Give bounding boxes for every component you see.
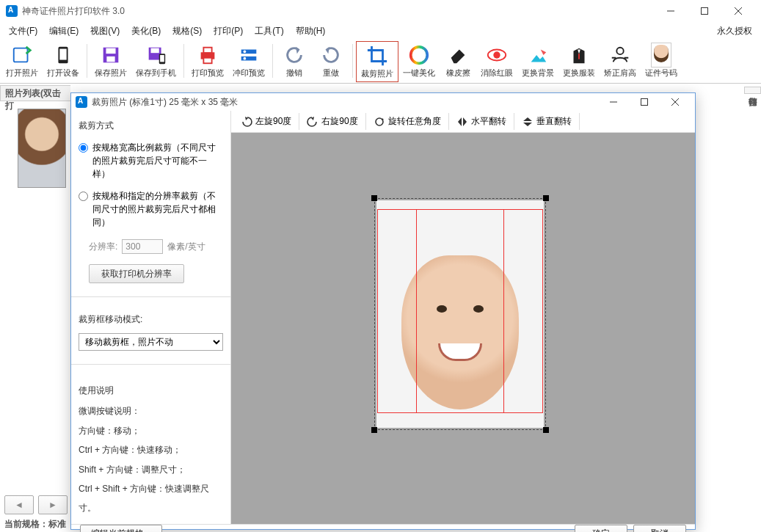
tb-open-device[interactable]: 打开设备 [43,41,84,82]
svg-rect-12 [203,48,211,54]
id-number-icon [650,44,672,66]
tb-remove-redeye[interactable]: 消除红眼 [476,41,517,82]
menu-tools[interactable]: 工具(T) [249,23,289,39]
open-device-icon [52,44,74,66]
flip-horizontal-button[interactable]: 水平翻转 [448,113,514,130]
crop-canvas[interactable] [231,133,695,524]
crop-footer: 编辑当前规格... 确定 取消 [71,524,695,532]
crop-mode-select[interactable]: 移动裁剪框，照片不动 [79,333,223,351]
cancel-button[interactable]: 取消 [633,525,686,532]
printer-icon [197,44,219,66]
crop-close-button[interactable] [660,93,691,111]
rotate-toolbar: 左旋90度 右旋90度 旋转任意角度 水平翻转 垂直翻转 [231,111,695,133]
get-printer-dpi-button[interactable]: 获取打印机分辨率 [89,264,184,283]
undo-icon [283,44,305,66]
maximize-button[interactable] [688,0,721,22]
tb-undo[interactable]: 撤销 [276,41,313,82]
crop-guide-inner [416,209,504,413]
tb-print-preview[interactable]: 打印预览 [187,41,228,82]
shoulder-icon [609,44,631,66]
help-text: 使用说明 微调按键说明： 方向键：移动； Ctrl + 方向键：快速移动； Sh… [79,378,223,518]
tb-eraser[interactable]: 橡皮擦 [440,41,476,82]
svg-rect-1 [14,48,28,62]
svg-point-22 [616,48,623,54]
crop-handle-bl[interactable] [371,427,377,433]
svg-rect-13 [203,58,211,64]
auto-print-tag[interactable]: 自动打印软件 [744,87,761,94]
next-button[interactable]: ► [38,495,68,514]
app-title: 神奇证件照片打印软件 3.0 [22,5,654,18]
svg-point-17 [244,57,247,60]
rotate-any-button[interactable]: 旋转任意角度 [365,113,449,130]
crop-maximize-button[interactable] [629,93,660,111]
svg-rect-8 [150,48,159,54]
tb-stamp-preview[interactable]: 冲印预览 [228,41,269,82]
beautify-icon [408,44,430,66]
dpi-input[interactable] [122,239,163,254]
svg-rect-6 [106,57,114,62]
menu-spec[interactable]: 规格(S) [167,23,208,39]
open-photo-icon [11,44,33,66]
tb-open-photo[interactable]: 打开照片 [1,41,43,82]
menu-file[interactable]: 文件(F) [3,23,43,39]
svg-point-16 [244,50,247,53]
save-icon [100,44,122,66]
save-phone-icon [145,44,167,66]
svg-rect-3 [59,49,66,60]
photo-list-header: 照片列表(双击打 [0,85,70,101]
crop-minimize-button[interactable] [598,93,629,111]
tb-save-to-phone[interactable]: 保存到手机 [131,41,181,82]
tb-change-clothes[interactable]: 更换服装 [558,41,600,82]
svg-rect-21 [578,54,580,59]
background-icon [527,44,549,66]
menu-beautify[interactable]: 美化(B) [125,23,167,39]
crop-dialog-titlebar[interactable]: 裁剪照片 (标准1寸) 25 毫米 x 35 毫米 [71,93,695,111]
crop-photo[interactable] [376,200,544,428]
tb-save-photo[interactable]: 保存照片 [90,41,131,82]
crop-handle-tl[interactable] [371,195,377,201]
svg-point-20 [493,51,500,58]
svg-rect-10 [160,55,164,62]
tb-redo[interactable]: 重做 [313,41,349,82]
main-toolbar: 打开照片 打开设备 保存照片 保存到手机 打印预览 冲印预览 撤销 重做 裁剪照… [0,40,761,84]
crop-mode-label: 裁剪框移动模式: [79,313,223,326]
crop-logo-icon [76,96,87,108]
tb-shoulder-fix[interactable]: 矫正肩高 [600,41,641,82]
ok-button[interactable]: 确定 [575,525,627,532]
thumbnail[interactable] [18,109,66,188]
clothes-icon [568,44,590,66]
menu-help[interactable]: 帮助(H) [290,23,332,39]
menubar: 文件(F) 编辑(E) 视图(V) 美化(B) 规格(S) 打印(P) 工具(T… [0,22,761,40]
crop-radio-ratio[interactable] [79,143,88,153]
svg-rect-23 [641,99,648,106]
tb-id-number[interactable]: 证件号码 [641,41,682,82]
crop-handle-tr[interactable] [543,195,549,201]
app-logo-icon [6,5,18,17]
tb-crop-photo[interactable]: 裁剪照片 [356,41,398,82]
rotate-right-button[interactable]: 右旋90度 [299,113,365,130]
crop-dialog: 裁剪照片 (标准1寸) 25 毫米 x 35 毫米 裁剪方式 按规格宽高比例裁剪… [70,92,696,530]
svg-rect-0 [702,8,708,15]
crop-radio-dpi[interactable] [79,192,88,201]
flip-vertical-button[interactable]: 垂直翻转 [514,113,580,130]
rotate-left-button[interactable]: 左旋90度 [233,113,299,130]
tb-auto-beautify[interactable]: 一键美化 [398,41,440,82]
svg-rect-5 [106,48,115,54]
redeye-icon [486,44,508,66]
menu-view[interactable]: 视图(V) [84,23,125,39]
main-titlebar: 神奇证件照片打印软件 3.0 [0,0,761,22]
eraser-icon [447,44,469,66]
dpi-unit: 像素/英寸 [167,241,205,253]
crop-handle-br[interactable] [543,427,549,433]
menu-print[interactable]: 打印(P) [208,23,249,39]
crop-method-group: 裁剪方式 [79,120,223,132]
prev-button[interactable]: ◄ [4,495,34,514]
svg-point-18 [411,47,428,64]
tb-change-bg[interactable]: 更换背景 [517,41,558,82]
menu-edit[interactable]: 编辑(E) [43,23,84,39]
license-label[interactable]: 永久授权 [711,23,758,39]
minimize-button[interactable] [654,0,688,22]
edit-spec-button[interactable]: 编辑当前规格... [80,525,162,532]
close-button[interactable] [721,0,755,22]
crop-dialog-title: 裁剪照片 (标准1寸) 25 毫米 x 35 毫米 [92,96,598,109]
